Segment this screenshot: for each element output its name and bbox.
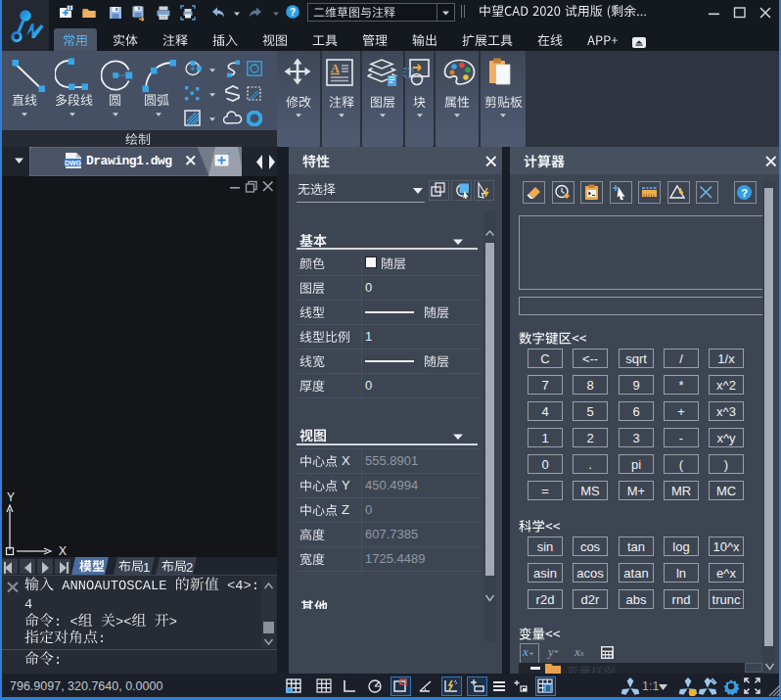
svg-text:Y: Y xyxy=(7,490,15,504)
svg-text:?: ? xyxy=(290,7,296,18)
svg-text:X: X xyxy=(59,544,67,558)
svg-text:?: ? xyxy=(741,187,748,199)
svg-text:DWG: DWG xyxy=(65,160,82,166)
